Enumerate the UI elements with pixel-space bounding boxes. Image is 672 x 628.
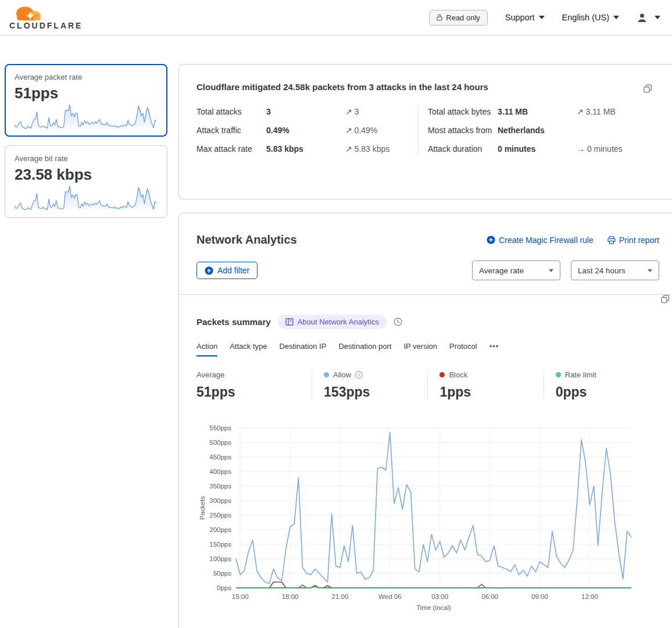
create-magic-firewall-rule-link[interactable]: Create Magic Firewall rule bbox=[487, 236, 594, 245]
packets-summary-section: Packets summary About Network Analytics bbox=[179, 295, 672, 619]
print-report-label: Print report bbox=[619, 236, 659, 245]
svg-text:15:00: 15:00 bbox=[232, 593, 249, 600]
packets-summary-title: Packets summary bbox=[196, 317, 271, 327]
chevron-down-icon bbox=[648, 269, 652, 272]
more-tabs-button[interactable]: ••• bbox=[489, 342, 499, 356]
metric-value: 51pps bbox=[15, 84, 158, 102]
svg-text:100pps: 100pps bbox=[209, 555, 231, 562]
metric-card-bit-rate[interactable]: Average bit rate 23.58 kbps bbox=[5, 145, 167, 218]
svg-text:300pps: 300pps bbox=[209, 497, 231, 504]
svg-text:400pps: 400pps bbox=[209, 468, 231, 475]
print-report-link[interactable]: Print report bbox=[607, 236, 659, 245]
stat-trend: → 0 minutes bbox=[577, 143, 659, 155]
svg-text:Packets: Packets bbox=[199, 496, 206, 520]
network-analytics-card: Network Analytics Create Magic Firewall … bbox=[178, 213, 672, 628]
series-stat-block: Block1pps bbox=[427, 370, 543, 400]
dimension-tabs: ActionAttack typeDestination IPDestinati… bbox=[196, 342, 659, 356]
tab-action[interactable]: Action bbox=[196, 342, 217, 356]
svg-text:250pps: 250pps bbox=[209, 512, 231, 519]
metric-card-column: Average packet rate 51pps Average bit ra… bbox=[5, 64, 167, 227]
stat-trend: ↗ 5.83 kbps bbox=[345, 143, 401, 155]
tab-protocol[interactable]: Protocol bbox=[449, 342, 477, 356]
svg-text:09:00: 09:00 bbox=[531, 593, 548, 600]
about-network-analytics-badge[interactable]: About Network Analytics bbox=[278, 315, 387, 329]
svg-text:200pps: 200pps bbox=[209, 526, 231, 533]
tab-ip-version[interactable]: IP version bbox=[403, 342, 437, 356]
series-stat-value: 1pps bbox=[439, 384, 537, 400]
series-stat-average: Average51pps bbox=[196, 370, 312, 400]
book-icon bbox=[285, 318, 294, 326]
series-stat-label: Allow bbox=[333, 370, 351, 379]
plus-circle-icon bbox=[205, 266, 213, 275]
metric-card-packet-rate[interactable]: Average packet rate 51pps bbox=[5, 64, 167, 137]
time-range-select[interactable]: Last 24 hours bbox=[571, 261, 659, 280]
add-filter-label: Add filter bbox=[217, 266, 249, 275]
stat-value: 0 minutes bbox=[498, 143, 577, 155]
svg-text:0pps: 0pps bbox=[217, 584, 231, 591]
stat-value: 0.49% bbox=[266, 124, 345, 137]
cloudflare-logo[interactable]: CLOUDFLARE bbox=[9, 5, 83, 30]
stat-label: Total attacks bbox=[196, 106, 266, 118]
series-stat-rate-limit: Rate limit0pps bbox=[544, 370, 659, 400]
series-stat-value: 0pps bbox=[556, 384, 653, 400]
stat-label: Attack duration bbox=[428, 143, 498, 155]
metric-label: Average packet rate bbox=[15, 73, 158, 81]
stat-label: Total attack bytes bbox=[428, 106, 498, 118]
svg-text:350pps: 350pps bbox=[209, 483, 231, 490]
svg-text:21:00: 21:00 bbox=[332, 593, 349, 600]
about-badge-label: About Network Analytics bbox=[298, 317, 379, 326]
series-stat-label: Block bbox=[449, 370, 467, 379]
stat-trend: ↗ 3.11 MB bbox=[577, 106, 659, 118]
stat-value: 3 bbox=[266, 106, 345, 118]
svg-text:Time (local): Time (local) bbox=[416, 604, 451, 611]
chevron-down-icon bbox=[549, 269, 553, 272]
user-menu[interactable] bbox=[637, 12, 660, 23]
stat-value: 3.11 MB bbox=[498, 106, 577, 118]
svg-text:550pps: 550pps bbox=[209, 424, 231, 431]
chevron-down-icon bbox=[539, 16, 545, 19]
series-stat-value: 51pps bbox=[196, 384, 306, 400]
svg-text:06:00: 06:00 bbox=[481, 593, 498, 600]
stat-trend: ↗ 3 bbox=[345, 106, 401, 118]
svg-text:500pps: 500pps bbox=[209, 439, 231, 446]
chevron-down-icon bbox=[655, 16, 660, 19]
metric-label: Average bit rate bbox=[15, 154, 158, 163]
packet-rate-sparkline bbox=[15, 102, 156, 129]
language-menu[interactable]: English (US) bbox=[562, 13, 619, 22]
stat-trend: ↗ 0.49% bbox=[345, 124, 401, 137]
info-icon[interactable] bbox=[355, 371, 363, 379]
app-header: CLOUDFLARE Read only Support English (US… bbox=[0, 0, 672, 35]
stat-value: Netherlands bbox=[498, 124, 577, 137]
support-menu[interactable]: Support bbox=[505, 13, 545, 22]
metric-select[interactable]: Average rate bbox=[472, 261, 560, 280]
metric-value: 23.58 kbps bbox=[15, 166, 158, 184]
stat-label: Max attack rate bbox=[196, 143, 266, 155]
attack-summary-title: Cloudflare mitigated 24.58k packets from… bbox=[196, 82, 659, 92]
series-stat-label: Rate limit bbox=[565, 370, 596, 379]
expand-chart-icon[interactable] bbox=[661, 295, 670, 306]
read-only-badge[interactable]: Read only bbox=[429, 10, 488, 26]
series-stat-label: Average bbox=[196, 370, 224, 379]
add-filter-button[interactable]: Add filter bbox=[196, 262, 258, 279]
packets-time-series-chart: 0pps50pps100pps150pps200pps250pps300pps3… bbox=[196, 422, 644, 616]
lock-icon bbox=[437, 14, 442, 21]
clock-icon[interactable] bbox=[394, 317, 402, 326]
svg-text:150pps: 150pps bbox=[209, 541, 231, 548]
svg-text:03:00: 03:00 bbox=[431, 593, 448, 600]
support-label: Support bbox=[505, 13, 535, 22]
logo-wordmark: CLOUDFLARE bbox=[9, 21, 83, 30]
tab-attack-type[interactable]: Attack type bbox=[230, 342, 267, 356]
cloudflare-cloud-icon bbox=[9, 5, 47, 22]
tab-destination-port[interactable]: Destination port bbox=[338, 342, 391, 356]
tab-destination-ip[interactable]: Destination IP bbox=[279, 342, 326, 356]
svg-text:18:00: 18:00 bbox=[282, 593, 299, 600]
series-color-dot bbox=[556, 372, 561, 377]
plus-circle-icon bbox=[487, 236, 495, 244]
svg-text:450pps: 450pps bbox=[209, 454, 231, 461]
expand-card-icon[interactable] bbox=[644, 84, 652, 95]
printer-icon bbox=[607, 236, 616, 244]
language-label: English (US) bbox=[562, 13, 609, 22]
series-color-dot bbox=[439, 372, 445, 377]
metric-select-value: Average rate bbox=[479, 266, 524, 275]
svg-text:Wed 06: Wed 06 bbox=[378, 593, 401, 600]
